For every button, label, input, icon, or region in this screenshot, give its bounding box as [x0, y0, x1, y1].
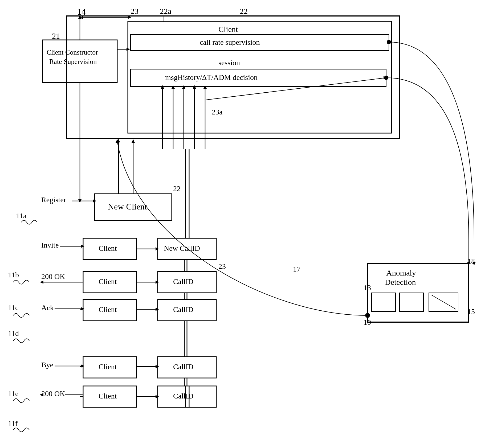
arrow-up-3: [182, 85, 185, 89]
ref-17-label: 17: [293, 265, 300, 273]
ref-11f-label: 11f: [8, 419, 18, 428]
anomaly-inner-box2: [400, 293, 423, 311]
client-bye-label: Client: [99, 363, 117, 371]
ref-11b-label: 11b: [8, 271, 19, 279]
invite-label: Invite: [41, 241, 59, 249]
ok-200-e-label: 200 OK: [41, 389, 65, 398]
diagram-container: 14 Client call rate supervision session …: [0, 0, 493, 448]
ref-23-mid: 23: [218, 262, 226, 270]
callid-3-label: CallID: [173, 363, 193, 371]
callid-2-label: CallID: [173, 305, 193, 314]
anomaly-diag: [431, 295, 456, 309]
arrow-up-4: [193, 85, 196, 89]
client-label-top: Client: [218, 25, 238, 34]
client-constructor-label2: Rate Supervision: [49, 58, 97, 65]
client-200ok2-label: Client: [99, 392, 117, 400]
wavy-11a: [21, 220, 37, 224]
ref-11a-label: 11a: [16, 212, 27, 220]
ref-22a: 22a: [160, 7, 171, 15]
callid-4-label: CallID: [173, 392, 193, 400]
anomaly-label1: Anomaly: [386, 268, 416, 277]
wavy-11b: [13, 280, 29, 284]
line-msg-to-anomaly: [386, 78, 469, 264]
wavy-11d: [13, 339, 29, 343]
ref-11e-label: 11e: [8, 389, 18, 398]
arrow-newclient-up: [132, 139, 135, 143]
ref-15-label: 15: [467, 307, 475, 316]
arrow-up-2: [172, 85, 175, 89]
line-callrate-to-anomaly: [389, 42, 474, 264]
ref-13-label: 13: [364, 283, 371, 292]
callid-1-label: CallID: [173, 277, 193, 286]
ref-11c-label: 11c: [8, 303, 18, 312]
client-constructor-label1: Client Constructor: [47, 48, 98, 56]
anomaly-inner-box1: [372, 293, 396, 311]
ref-11d-label: 11d: [8, 329, 19, 338]
wavy-11e: [13, 399, 29, 403]
ref-10-label: 10: [364, 318, 371, 326]
ref-21: 21: [52, 31, 60, 40]
call-rate-supervision-label: call rate supervision: [200, 38, 260, 46]
ref-23a: 23a: [212, 108, 223, 116]
arrow-up-1: [161, 85, 164, 89]
ref-22-top: 22: [240, 7, 248, 15]
ref-14: 14: [77, 7, 86, 17]
diagram-svg: 14 Client call rate supervision session …: [0, 0, 493, 448]
arrow-up-5: [203, 85, 207, 89]
wavy-11f: [13, 428, 29, 432]
ref-23-top: 23: [131, 7, 138, 15]
client-invite-label: Client: [99, 244, 117, 252]
new-client-label: New Client: [108, 202, 147, 211]
arrow-200ok-b: [40, 281, 43, 284]
ok-200-b-label: 200 OK: [41, 272, 65, 281]
anomaly-label2: Detection: [385, 278, 416, 286]
line-anomaly-to-constructor: [117, 141, 368, 315]
client-ack-label: Client: [99, 305, 117, 314]
ack-label: Ack: [41, 303, 54, 312]
wavy-11c: [13, 314, 29, 318]
msg-history-label: msgHistory/ΔT/ADM decision: [165, 73, 258, 81]
session-label: session: [218, 59, 240, 67]
new-callid-label: New CallID: [164, 244, 200, 252]
bye-label: Bye: [41, 361, 53, 369]
ref-22-mid: 22: [173, 184, 181, 193]
client-200ok-label: Client: [99, 277, 117, 286]
register-label: Register: [41, 196, 66, 204]
